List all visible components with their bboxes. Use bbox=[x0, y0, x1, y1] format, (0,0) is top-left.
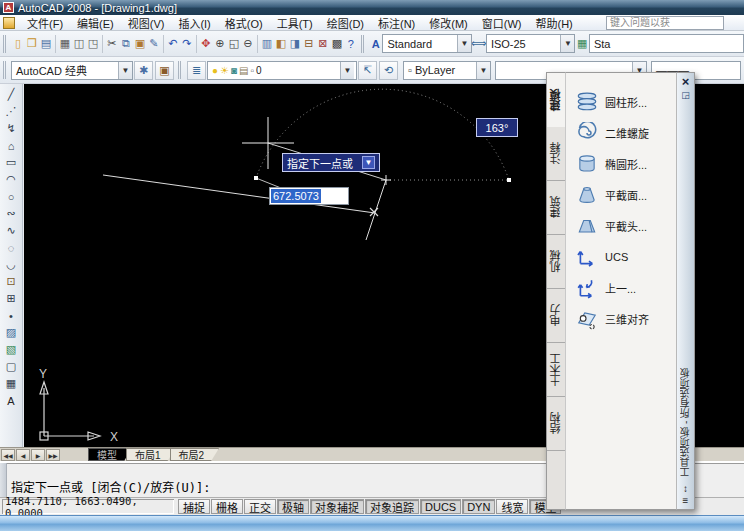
status-ducs-toggle[interactable]: DUCS bbox=[420, 499, 461, 514]
open-button[interactable]: ❒ bbox=[25, 34, 39, 53]
properties-button[interactable]: ▥ bbox=[260, 34, 274, 53]
dim-style-icon[interactable]: ⟺ bbox=[472, 34, 486, 53]
toolbar-grip[interactable] bbox=[3, 61, 8, 79]
lock-icon[interactable]: ◙ bbox=[231, 65, 237, 76]
help-button[interactable]: ? bbox=[344, 34, 358, 53]
menu-file[interactable]: 文件(F) bbox=[20, 14, 70, 32]
coordinate-readout[interactable]: 1484.7110, 1663.0490, 0.0000 bbox=[2, 499, 174, 514]
arc-button[interactable]: ◠ bbox=[2, 171, 21, 188]
tool-ucs-previous[interactable]: 上一... bbox=[576, 276, 672, 300]
tool-ucs[interactable]: UCS bbox=[576, 245, 672, 269]
menu-modify[interactable]: 修改(M) bbox=[422, 14, 475, 32]
construction-line-button[interactable]: ⋰ bbox=[2, 103, 21, 120]
tool-cone-frustum[interactable]: 平截面... bbox=[576, 183, 672, 207]
sun-icon[interactable]: ☀ bbox=[220, 65, 229, 76]
tool-palettes-button[interactable]: ◨ bbox=[288, 34, 302, 53]
autohide-icon[interactable]: ◲ bbox=[681, 89, 690, 101]
properties-menu-icon[interactable]: ≡ bbox=[683, 495, 689, 507]
dynamic-input-field[interactable]: 672.5073 bbox=[269, 187, 349, 205]
markup-set-manager-button[interactable]: ⊠ bbox=[316, 34, 330, 53]
table-style-icon[interactable]: ▦ bbox=[575, 34, 589, 53]
close-icon[interactable]: × bbox=[682, 75, 690, 89]
palette-tab-electrical[interactable]: 电力 bbox=[547, 289, 565, 343]
pan-button[interactable]: ✥ bbox=[199, 34, 213, 53]
palette-tab-architectural[interactable]: 建筑 bbox=[547, 181, 565, 235]
status-grid-toggle[interactable]: 栅格 bbox=[211, 499, 243, 514]
menu-window[interactable]: 窗口(W) bbox=[475, 14, 529, 32]
publish-button[interactable]: ◳ bbox=[86, 34, 100, 53]
chevron-down-icon[interactable]: ▼ bbox=[340, 62, 354, 79]
menu-format[interactable]: 格式(O) bbox=[218, 14, 270, 32]
redo-button[interactable]: ↷ bbox=[180, 34, 194, 53]
menu-edit[interactable]: 编辑(E) bbox=[70, 14, 121, 32]
circle-button[interactable]: ○ bbox=[2, 188, 21, 205]
color-combo[interactable]: ▫ ByLayer ▼ bbox=[403, 61, 491, 80]
rectangle-button[interactable]: ▭ bbox=[2, 154, 21, 171]
palette-tab-modeling[interactable]: 建模 bbox=[547, 73, 565, 127]
tab-nav-next[interactable]: ▶ bbox=[31, 449, 45, 461]
spline-button[interactable]: ∿ bbox=[2, 222, 21, 239]
zoom-realtime-button[interactable]: ⊕ bbox=[213, 34, 227, 53]
undo-button[interactable]: ↶ bbox=[166, 34, 180, 53]
table-style-combo[interactable]: Sta bbox=[589, 34, 744, 53]
status-osnap-toggle[interactable]: 对象捕捉 bbox=[310, 499, 364, 514]
tab-nav-first[interactable]: ◀◀ bbox=[1, 449, 15, 461]
layer-previous-button[interactable]: ⟲ bbox=[379, 61, 398, 80]
menu-dimension[interactable]: 标注(N) bbox=[371, 14, 422, 32]
workspace-settings-button[interactable]: ✱ bbox=[134, 61, 153, 80]
line-button[interactable]: ╱ bbox=[2, 86, 21, 103]
tool-2d-spiral[interactable]: 二维螺旋 bbox=[576, 121, 672, 145]
insert-block-button[interactable]: ⊡ bbox=[2, 273, 21, 290]
chevron-down-icon[interactable]: ▼ bbox=[476, 62, 490, 79]
table-button[interactable]: ▦ bbox=[2, 375, 21, 392]
palette-tab-annotation[interactable]: 注释 bbox=[547, 127, 565, 181]
status-otrack-toggle[interactable]: 对象追踪 bbox=[365, 499, 419, 514]
region-button[interactable]: ▢ bbox=[2, 358, 21, 375]
hatch-button[interactable]: ▨ bbox=[2, 324, 21, 341]
plot-button[interactable]: ▦ bbox=[58, 34, 72, 53]
quickcalc-button[interactable]: ▩ bbox=[330, 34, 344, 53]
zoom-window-button[interactable]: ◱ bbox=[227, 34, 241, 53]
status-dyn-toggle[interactable]: DYN bbox=[462, 499, 495, 514]
dyn-options-icon[interactable]: ▼ bbox=[362, 156, 375, 169]
paste-button[interactable]: ▣ bbox=[133, 34, 147, 53]
status-ortho-toggle[interactable]: 正交 bbox=[244, 499, 276, 514]
menu-draw[interactable]: 绘图(D) bbox=[320, 14, 371, 32]
multiline-text-button[interactable]: A bbox=[2, 392, 21, 409]
menu-help[interactable]: 帮助(H) bbox=[529, 14, 580, 32]
layer-properties-icon[interactable]: ≣ bbox=[187, 61, 206, 80]
tab-model[interactable]: 模型 bbox=[88, 448, 132, 461]
tab-layout1[interactable]: 布局1 bbox=[126, 448, 176, 461]
help-input[interactable]: 键入问题以获 bbox=[606, 16, 724, 30]
make-block-button[interactable]: ⊞ bbox=[2, 290, 21, 307]
make-object-layer-current-button[interactable]: ↸ bbox=[358, 61, 377, 80]
my-workspace-button[interactable]: ▣ bbox=[155, 61, 174, 80]
save-button[interactable]: ▤ bbox=[39, 34, 53, 53]
match-properties-button[interactable]: ✎ bbox=[147, 34, 161, 53]
workspace-combo[interactable]: AutoCAD 经典 ▼ bbox=[11, 61, 133, 80]
tab-nav-last[interactable]: ▶▶ bbox=[46, 449, 60, 461]
designcenter-button[interactable]: ◧ bbox=[274, 34, 288, 53]
ellipse-arc-button[interactable]: ◡ bbox=[2, 256, 21, 273]
plot-icon[interactable]: ▤ bbox=[239, 65, 248, 76]
status-lineweight-toggle[interactable]: 线宽 bbox=[496, 499, 528, 514]
zoom-previous-button[interactable]: ⊖ bbox=[241, 34, 255, 53]
tool-3d-align[interactable]: 三维对齐 bbox=[576, 307, 672, 331]
gradient-button[interactable]: ▧ bbox=[2, 341, 21, 358]
toolbar-grip[interactable] bbox=[361, 35, 366, 53]
text-style-combo[interactable]: Standard ▼ bbox=[382, 34, 471, 53]
tool-cylindrical-helix[interactable]: 圆柱形... bbox=[576, 90, 672, 114]
bulb-icon[interactable]: ● bbox=[212, 65, 218, 76]
palette-tab-mechanical[interactable]: 机械 bbox=[547, 235, 565, 289]
resize-icon[interactable]: ↕ bbox=[683, 483, 688, 495]
drawing-doc-icon[interactable] bbox=[3, 17, 15, 29]
menu-view[interactable]: 视图(V) bbox=[121, 14, 172, 32]
palette-tab-structural[interactable]: 结构 bbox=[547, 397, 565, 451]
dim-style-combo[interactable]: ISO-25 ▼ bbox=[486, 34, 575, 53]
status-snap-toggle[interactable]: 捕捉 bbox=[178, 499, 210, 514]
status-polar-toggle[interactable]: 极轴 bbox=[277, 499, 309, 514]
tab-layout2[interactable]: 布局2 bbox=[170, 448, 220, 461]
point-button[interactable]: • bbox=[2, 307, 21, 324]
cut-button[interactable]: ✂ bbox=[105, 34, 119, 53]
tool-pyramid-frustum[interactable]: 平截头... bbox=[576, 214, 672, 238]
